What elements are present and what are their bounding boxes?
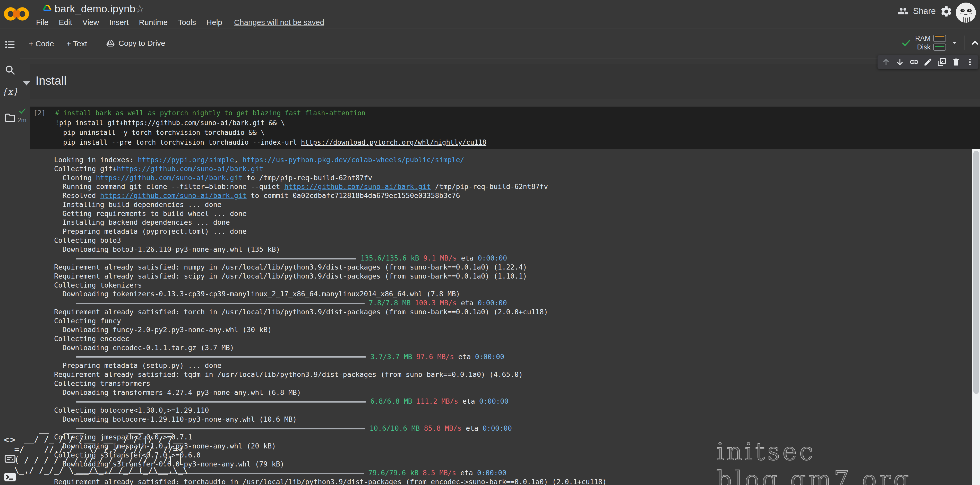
people-icon <box>897 7 909 15</box>
copy-to-drive-label: Copy to Drive <box>118 39 165 48</box>
output-line: Requirement already satisfied: scipy in … <box>54 272 971 281</box>
output-line: Collecting botocore<1.30.0,>=1.29.110 <box>54 406 971 415</box>
cell-success-check-icon <box>19 107 26 115</box>
output-line: Collecting git+https://github.com/suno-a… <box>54 164 971 173</box>
code-line[interactable]: pip uninstall -y torch torchvision torch… <box>55 128 487 137</box>
output-line: Collecting boto3 <box>54 236 971 245</box>
output-line: Collecting encodec <box>54 334 971 343</box>
chevron-up-icon[interactable] <box>969 38 980 48</box>
section-cell[interactable] <box>30 64 980 99</box>
output-line: Requirement already satisfied: torch in … <box>54 308 971 316</box>
output-line: Installing backend dependencies ... done <box>54 218 971 227</box>
terminal-icon[interactable] <box>0 472 20 482</box>
section-title: Install <box>35 74 67 87</box>
header: bark_demo.ipynb ☆ FileEditViewInsertRunt… <box>0 0 980 29</box>
disk-usage-bar <box>933 43 946 51</box>
output-line: Downloading transformers-4.27.4-py3-none… <box>54 388 971 397</box>
copy-to-drive-button[interactable]: Copy to Drive <box>106 37 165 50</box>
output-line: Downloading s3transfer-0.6.0-py3-none-an… <box>54 460 971 469</box>
resources-widget[interactable]: RAM Disk <box>901 34 980 51</box>
code-line[interactable]: !pip install git+https://github.com/suno… <box>55 118 487 128</box>
menu-runtime[interactable]: Runtime <box>139 18 168 27</box>
cell-output-console: Looking in indexes: https://pypi.org/sim… <box>54 156 971 485</box>
menu-file[interactable]: File <box>36 18 48 27</box>
menu-help[interactable]: Help <box>206 18 222 27</box>
menu-insert[interactable]: Insert <box>110 18 129 27</box>
output-line: Resolved https://github.com/suno-ai/bark… <box>54 191 971 200</box>
avatar[interactable] <box>956 3 976 23</box>
share-button[interactable]: Share <box>897 6 936 16</box>
output-line: Downloading boto3-1.26.110-py3-none-any.… <box>54 245 971 254</box>
drive-outline-icon <box>106 39 115 48</box>
download-progress-bar <box>76 303 364 304</box>
output-progress-line: 10.6/10.6 MB 85.8 MB/s eta 0:00:00 <box>54 424 971 433</box>
output-line: Collecting funcy <box>54 316 971 326</box>
copy-link-to-cell-button[interactable] <box>909 57 919 67</box>
output-line: Requirement already satisfied: tqdm in /… <box>54 370 971 379</box>
gear-icon[interactable] <box>940 5 953 18</box>
add-text-button[interactable]: + Text <box>67 37 87 51</box>
download-progress-bar <box>76 401 366 402</box>
ram-label: RAM <box>915 34 931 43</box>
delete-cell-button[interactable] <box>951 57 961 67</box>
command-palette-icon[interactable] <box>0 453 20 464</box>
menu-tools[interactable]: Tools <box>178 18 196 27</box>
output-line: Installing build dependencies ... done <box>54 200 971 209</box>
output-line: Collecting s3transfer<0.7.0,>=0.6.0 <box>54 451 971 460</box>
output-progress-line: 7.8/7.8 MB 100.3 MB/s eta 0:00:00 <box>54 299 971 308</box>
cell-code[interactable]: # install bark as well as pytorch nightl… <box>55 108 487 147</box>
output-line: Downloading tokenizers-0.13.3-cp39-cp39-… <box>54 289 971 299</box>
menu-view[interactable]: View <box>83 18 99 27</box>
search-icon[interactable] <box>0 64 20 76</box>
code-snippets-icon[interactable]: <> <box>0 435 20 445</box>
connected-check-icon <box>901 37 912 48</box>
unsaved-notice-link[interactable]: Changes will not be saved <box>234 18 324 27</box>
download-progress-bar <box>76 428 365 429</box>
output-line: Collecting transformers <box>54 379 971 388</box>
share-label: Share <box>913 6 936 16</box>
code-line[interactable]: # install bark as well as pytorch nightl… <box>55 108 487 118</box>
output-line: Getting requirements to build wheel ... … <box>54 209 971 218</box>
output-line: Preparing metadata (pyproject.toml) ... … <box>54 227 971 236</box>
drive-icon <box>43 5 51 13</box>
add-code-button[interactable]: + Code <box>29 37 54 51</box>
output-line: Cloning https://github.com/suno-ai/bark.… <box>54 173 971 183</box>
toolbar-divider <box>964 35 965 50</box>
output-line: Downloading encodec-0.1.1.tar.gz (3.7 MB… <box>54 343 971 352</box>
output-progress-line: 135.6/135.6 kB 9.1 MB/s eta 0:00:00 <box>54 254 971 263</box>
variables-icon[interactable]: {x} <box>0 86 20 97</box>
cell-execution-count: [2] <box>33 108 46 118</box>
output-line: Collecting jmespath<2.0.0,>=0.7.1 <box>54 433 971 442</box>
section-collapse-arrow[interactable] <box>23 81 30 86</box>
menu-bar: FileEditViewInsertRuntimeToolsHelpChange… <box>36 17 324 28</box>
caret-down-icon[interactable] <box>950 38 959 47</box>
output-line: Requirement already satisfied: numpy in … <box>54 263 971 272</box>
move-cell-down-button[interactable] <box>895 57 905 67</box>
output-line: Downloading jmespath-1.0.1-py3-none-any.… <box>54 442 971 451</box>
output-progress-line: 79.6/79.6 kB 8.5 MB/s eta 0:00:00 <box>54 469 971 477</box>
output-progress-line: 3.7/3.7 MB 97.6 MB/s eta 0:00:00 <box>54 352 971 361</box>
copy-cell-button[interactable] <box>937 57 947 67</box>
download-progress-bar <box>76 356 366 358</box>
notebook-title[interactable]: bark_demo.ipynb <box>54 3 135 15</box>
output-progress-line: 6.8/6.8 MB 111.2 MB/s eta 0:00:00 <box>54 397 971 406</box>
code-line[interactable]: pip install --pre torch torchvision torc… <box>55 137 487 147</box>
scrollbar-thumb[interactable] <box>973 151 979 394</box>
output-line: Collecting tokenizers <box>54 281 971 290</box>
move-cell-up-button[interactable] <box>881 57 891 67</box>
star-icon[interactable]: ☆ <box>135 3 145 15</box>
left-sidebar: {x} <> <box>0 29 20 485</box>
more-cell-actions-button[interactable] <box>965 57 975 67</box>
output-line: Preparing metadata (setup.py) ... done <box>54 361 971 370</box>
disk-label: Disk <box>917 43 931 51</box>
add-code-label: + Code <box>29 40 54 48</box>
table-of-contents-icon[interactable] <box>0 39 20 51</box>
output-line: Requirement already satisfied: torchaudi… <box>54 477 971 485</box>
edit-cell-button[interactable] <box>923 57 933 67</box>
files-icon[interactable] <box>0 113 20 123</box>
download-progress-bar <box>76 473 364 474</box>
colab-logo[interactable] <box>3 3 30 25</box>
download-progress-bar <box>76 258 356 259</box>
menu-edit[interactable]: Edit <box>59 18 72 27</box>
cell-execution-time: 2m <box>18 116 27 124</box>
